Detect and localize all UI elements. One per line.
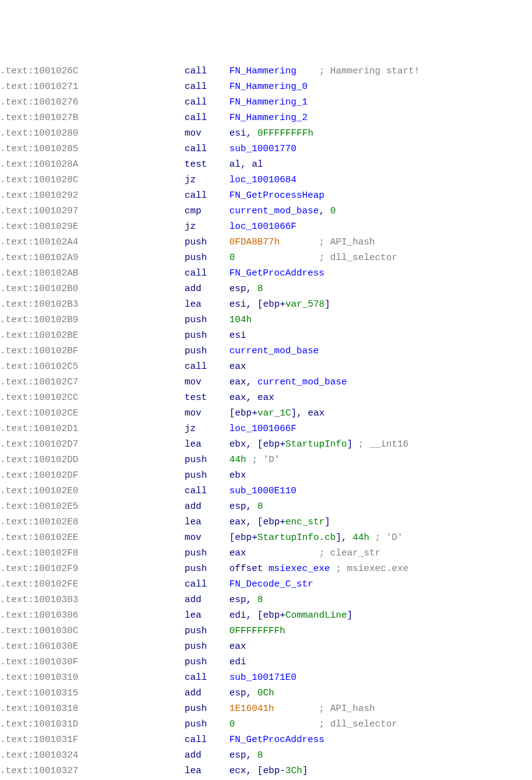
operand-var: StartupInfo (285, 439, 347, 450)
disasm-line[interactable]: .text:100102B9 push 104h (0, 312, 532, 328)
disasm-line[interactable]: .text:100102CE mov [ebp+var_1C], eax (0, 406, 532, 421)
disasm-line[interactable]: .text:100102D7 lea ebx, [ebp+StartupInfo… (0, 437, 532, 452)
disasm-line[interactable]: .text:100102D1 jz loc_1001066F (0, 421, 532, 437)
operand-reg: eax (229, 641, 246, 652)
operand-punct: ] (347, 610, 352, 621)
mnemonic: lea (185, 517, 229, 527)
operand-punct: , [ (246, 439, 263, 450)
addr-colon: : (28, 688, 34, 699)
disasm-line[interactable]: .text:10010271 call FN_Hammering_0 (0, 79, 532, 95)
disasm-line[interactable]: .text:10010318 push 1E16041h ; API_hash (0, 701, 532, 717)
operand-loc: current_mod_base (229, 206, 319, 216)
operand-loc: msiexec_exe (268, 564, 330, 574)
operand-num: 104h (229, 315, 252, 325)
disasm-line[interactable]: .text:1001026C call FN_Hammering ; Hamme… (0, 63, 532, 79)
disasm-line[interactable]: .text:1001031F call FN_GetProcAddress (0, 732, 532, 748)
mnemonic: lea (185, 439, 229, 450)
segment-label: .text (0, 81, 28, 92)
disasm-line[interactable]: .text:100102E8 lea eax, [ebp+enc_str] (0, 514, 532, 530)
address: 10010306 (34, 610, 78, 621)
disasm-line[interactable]: .text:100102C5 call eax (0, 359, 532, 374)
disasm-line[interactable]: .text:100102BE push esi (0, 328, 532, 343)
comment: ; API_hash (319, 703, 375, 714)
operand-reg: ecx (229, 766, 246, 776)
disasm-line[interactable]: .text:100102E5 add esp, 8 (0, 499, 532, 514)
disasm-line[interactable]: .text:1001029E jz loc_1001066F (0, 219, 532, 234)
addr-colon: : (28, 361, 34, 372)
address: 1001026C (34, 66, 78, 77)
disasm-line[interactable]: .text:100102B0 add esp, 8 (0, 281, 532, 297)
operand-reg: ebp (263, 766, 280, 776)
segment-label: .text (0, 175, 28, 185)
disasm-line[interactable]: .text:100102DF push ebx (0, 468, 532, 483)
address: 100102D7 (34, 439, 78, 450)
operand-func: FN_Hammering_2 (229, 113, 308, 123)
disasm-line[interactable]: .text:100102F8 push eax ; clear_str (0, 546, 532, 561)
mnemonic: lea (185, 766, 229, 776)
disasm-line[interactable]: .text:10010276 call FN_Hammering_1 (0, 95, 532, 110)
operand-reg: eax (229, 517, 246, 527)
mnemonic: push (185, 657, 229, 667)
disasm-line[interactable]: .text:100102FE call FN_Decode_C_str (0, 577, 532, 592)
disasm-line[interactable]: .text:1001030F push edi (0, 654, 532, 670)
operand-reg: ebp (235, 532, 252, 543)
comment: ; clear_str (319, 548, 380, 559)
disasm-line[interactable]: .text:1001031D push 0 ; dll_selector (0, 717, 532, 732)
disasm-line[interactable]: .text:100102AB call FN_GetProcAddress (0, 266, 532, 281)
mnemonic: call (185, 672, 229, 683)
disasm-line[interactable]: .text:10010324 add esp, 8 (0, 748, 532, 763)
disasm-line[interactable]: .text:100102EE mov [ebp+StartupInfo.cb],… (0, 530, 532, 546)
disassembly-listing[interactable]: .text:1001026C call FN_Hammering ; Hamme… (0, 63, 532, 780)
disasm-line[interactable]: .text:10010297 cmp current_mod_base, 0 (0, 203, 532, 219)
disasm-line[interactable]: .text:100102BF push current_mod_base (0, 343, 532, 359)
disasm-line[interactable]: .text:10010315 add esp, 0Ch (0, 685, 532, 701)
addr-colon: : (28, 206, 34, 216)
segment-label: .text (0, 517, 28, 527)
addr-colon: : (28, 641, 34, 652)
operand-loc: loc_1001066F (229, 221, 296, 232)
disasm-line[interactable]: .text:1001027B call FN_Hammering_2 (0, 110, 532, 126)
mnemonic: call (185, 268, 229, 279)
disasm-line[interactable]: .text:10010285 call sub_10001770 (0, 141, 532, 157)
addr-colon: : (28, 455, 34, 465)
disasm-line[interactable]: .text:100102DD push 44h ; 'D' (0, 452, 532, 468)
disasm-line[interactable]: .text:10010306 lea edi, [ebp+CommandLine… (0, 608, 532, 623)
operand-reg: esp (229, 595, 246, 605)
operand-num: 44h (229, 455, 246, 465)
operand-num: 8 (257, 750, 263, 761)
disasm-line[interactable]: .text:100102A4 push 0FDA8B77h ; API_hash (0, 234, 532, 250)
disasm-line[interactable]: .text:100102A9 push 0 ; dll_selector (0, 250, 532, 266)
operand-punct: , (246, 688, 257, 699)
disasm-line[interactable]: .text:1001028A test al, al (0, 157, 532, 172)
addr-colon: : (28, 703, 34, 714)
segment-label: .text (0, 470, 28, 481)
address: 100102D1 (34, 424, 78, 434)
disasm-line[interactable]: .text:100102CC test eax, eax (0, 390, 532, 406)
disasm-line[interactable]: .text:100102F9 push offset msiexec_exe ;… (0, 561, 532, 577)
operand-punct: + (280, 299, 285, 310)
disasm-line[interactable]: .text:1001030C push 0FFFFFFFFh (0, 623, 532, 639)
mnemonic: call (185, 97, 229, 108)
segment-label: .text (0, 330, 28, 341)
disasm-line[interactable]: .text:1001028C jz loc_10010684 (0, 172, 532, 188)
addr-colon: : (28, 159, 34, 170)
disasm-line[interactable]: .text:10010310 call sub_100171E0 (0, 670, 532, 685)
mnemonic: add (185, 595, 229, 605)
operand-punct: [ (229, 408, 235, 419)
disasm-line[interactable]: .text:10010292 call FN_GetProcessHeap (0, 188, 532, 203)
disasm-line[interactable]: .text:100102E0 call sub_1000E110 (0, 483, 532, 499)
disasm-line[interactable]: .text:10010327 lea ecx, [ebp-3Ch] (0, 763, 532, 779)
operand-reg: eax (257, 392, 274, 403)
mnemonic: call (185, 144, 229, 154)
mnemonic: push (185, 548, 229, 559)
segment-label: .text (0, 299, 28, 310)
disasm-line[interactable]: .text:10010280 mov esi, 0FFFFFFFFh (0, 126, 532, 141)
operand-num: 0Ch (257, 688, 274, 699)
disasm-line[interactable]: .text:1001030E push eax (0, 639, 532, 654)
mnemonic: lea (185, 299, 229, 310)
disasm-line[interactable]: .text:100102C7 mov eax, current_mod_base (0, 374, 532, 390)
addr-colon: : (28, 190, 34, 201)
disasm-line[interactable]: .text:10010303 add esp, 8 (0, 592, 532, 608)
disasm-line[interactable]: .text:100102B3 lea esi, [ebp+var_578] (0, 297, 532, 312)
addr-colon: : (28, 268, 34, 279)
